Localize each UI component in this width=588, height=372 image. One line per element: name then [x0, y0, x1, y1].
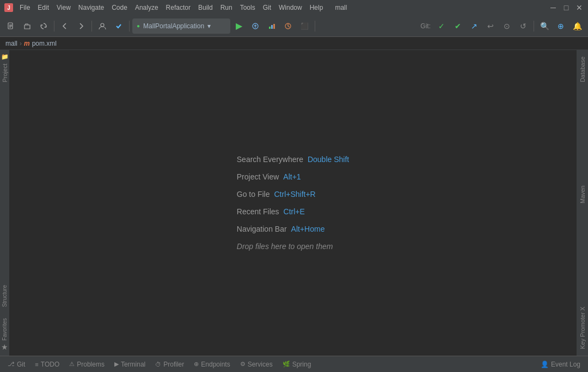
hint-goto-label: Go to File [237, 190, 270, 199]
menu-git[interactable]: Git [260, 3, 274, 13]
right-sidebar-maven[interactable]: Maven [578, 181, 587, 208]
run-config-dropdown[interactable]: ● MallPortalApplication ▾ [132, 18, 230, 34]
right-sidebar-key-promoter[interactable]: Key Promoter X [578, 302, 587, 354]
sync-button[interactable] [36, 18, 51, 34]
menu-run[interactable]: Run [217, 3, 236, 13]
endpoints-tab-label: Endpoints [201, 361, 230, 368]
vcs-button[interactable] [111, 18, 126, 34]
title-bar-left: J File Edit View Navigate Code Analyze R… [4, 3, 347, 13]
favorites-label[interactable]: Favorites [2, 318, 8, 340]
project-label[interactable]: Project [1, 61, 9, 84]
stop-button[interactable]: ⬛ [297, 18, 312, 34]
bottom-tab-endpoints[interactable]: ⊕ Endpoints [189, 358, 234, 370]
minimize-button[interactable]: ─ [549, 3, 558, 12]
title-bar: J File Edit View Navigate Code Analyze R… [0, 0, 588, 15]
problems-tab-icon: ⚠ [69, 361, 75, 368]
right-sidebar: Database Maven Key Promoter X [576, 50, 588, 356]
git-update-button[interactable]: ↗ [467, 18, 482, 34]
bottom-tab-profiler[interactable]: ⏱ Profiler [151, 358, 188, 370]
menu-build[interactable]: Build [195, 3, 216, 13]
menu-help[interactable]: Help [307, 3, 327, 13]
menu-window[interactable]: Window [275, 3, 305, 13]
breadcrumb-bar: mall › m pom.xml [0, 37, 588, 50]
favorites-icon[interactable]: ★ [1, 340, 8, 354]
menu-refactor[interactable]: Refactor [163, 3, 194, 13]
menu-navigate[interactable]: Navigate [75, 3, 107, 13]
account-button[interactable] [95, 18, 110, 34]
breadcrumb-file[interactable]: pom.xml [32, 40, 57, 47]
plugin-button[interactable]: ⊕ [553, 18, 568, 34]
structure-label[interactable]: Structure [2, 285, 8, 307]
run-button[interactable]: ▶ [231, 18, 247, 34]
hint-goto-shortcut[interactable]: Ctrl+Shift+R [274, 190, 315, 199]
hint-recent-label: Recent Files [237, 207, 279, 216]
svg-rect-9 [273, 24, 275, 29]
toolbar-sep-3 [129, 21, 130, 32]
center-hints: Search Everywhere Double Shift Project V… [237, 155, 349, 251]
hint-project-shortcut[interactable]: Alt+1 [283, 172, 301, 181]
bottom-tab-terminal[interactable]: ▶ Terminal [110, 358, 150, 370]
bottom-tab-spring[interactable]: 🌿 Spring [278, 358, 316, 370]
bottom-tab-services[interactable]: ⚙ Services [236, 358, 277, 370]
bottom-right: 👤 Event Log [536, 359, 585, 369]
terminal-tab-icon: ▶ [114, 361, 119, 368]
toolbar-sep-4 [315, 21, 315, 32]
problems-tab-label: Problems [77, 361, 105, 368]
hint-recent-shortcut[interactable]: Ctrl+E [284, 207, 305, 216]
breadcrumb-file-icon: m [24, 40, 30, 47]
restore-button[interactable]: □ [562, 3, 571, 12]
bottom-tab-problems[interactable]: ⚠ Problems [65, 358, 109, 370]
close-button[interactable]: ✕ [575, 3, 584, 12]
endpoints-tab-icon: ⊕ [194, 361, 199, 368]
spring-tab-label: Spring [292, 361, 311, 368]
breadcrumb-project[interactable]: mall [5, 40, 17, 47]
open-button[interactable] [20, 18, 35, 34]
hint-project: Project View Alt+1 [237, 172, 301, 181]
menu-file[interactable]: File [16, 3, 33, 13]
hint-search-shortcut[interactable]: Double Shift [308, 155, 349, 164]
bottom-tab-todo[interactable]: ≡ TODO [30, 358, 64, 370]
menu-bar: File Edit View Navigate Code Analyze Ref… [16, 3, 326, 13]
todo-tab-icon: ≡ [35, 361, 38, 368]
menu-tools[interactable]: Tools [237, 3, 259, 13]
toolbar-sep-1 [54, 21, 54, 32]
main-area: 📁 Project Structure Favorites ★ Search E… [0, 50, 588, 356]
project-icon[interactable]: 📁 [0, 52, 10, 61]
forward-button[interactable] [74, 18, 89, 34]
new-file-button[interactable] [3, 18, 19, 34]
git-history-button[interactable]: ⊙ [499, 18, 514, 34]
coverage-button[interactable] [264, 18, 279, 34]
git-push-button[interactable]: ✔ [450, 18, 465, 34]
menu-analyze[interactable]: Analyze [132, 3, 162, 13]
git-rollback-button[interactable]: ↩ [483, 18, 498, 34]
title-text: mall [335, 4, 347, 11]
menu-view[interactable]: View [53, 3, 74, 13]
profiler-tab-icon: ⏱ [155, 361, 161, 368]
hint-drop-text: Drop files here to open them [237, 242, 333, 251]
menu-edit[interactable]: Edit [34, 3, 52, 13]
run-config-label: MallPortalApplication [143, 22, 204, 30]
toolbar-sep-5 [534, 21, 534, 32]
profile-button[interactable] [280, 18, 296, 34]
hint-nav-shortcut[interactable]: Alt+Home [291, 225, 325, 233]
bottom-bar: ⎇ Git ≡ TODO ⚠ Problems ▶ Terminal ⏱ Pro… [0, 356, 588, 372]
bottom-tab-git[interactable]: ⎇ Git [3, 358, 29, 370]
hint-nav-label: Navigation Bar [237, 225, 287, 233]
run-config-icon: ● [137, 23, 140, 29]
git-tab-icon: ⎇ [8, 361, 15, 368]
debug-button[interactable] [248, 18, 263, 34]
hint-recent: Recent Files Ctrl+E [237, 207, 305, 216]
menu-code[interactable]: Code [108, 3, 131, 13]
notification-button[interactable]: 🔔 [569, 18, 585, 34]
git-label: Git: [420, 22, 431, 30]
back-button[interactable] [57, 18, 72, 34]
right-sidebar-database[interactable]: Database [578, 52, 587, 86]
search-everywhere-button[interactable]: 🔍 [537, 18, 552, 34]
event-log-button[interactable]: 👤 Event Log [536, 359, 585, 369]
svg-rect-7 [269, 27, 271, 29]
git-revert-button[interactable]: ↺ [516, 18, 531, 34]
profiler-tab-label: Profiler [163, 361, 184, 368]
breadcrumb-separator: › [20, 40, 22, 47]
svg-rect-8 [271, 25, 273, 29]
git-checkmark-button[interactable]: ✓ [434, 18, 449, 34]
